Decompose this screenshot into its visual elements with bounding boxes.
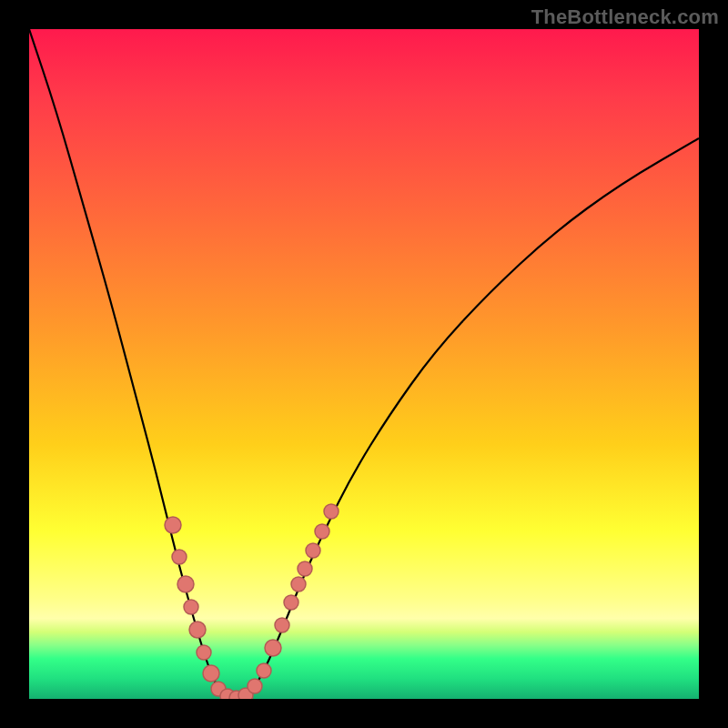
data-point — [291, 577, 306, 592]
data-point — [177, 576, 194, 592]
data-point — [275, 618, 289, 632]
data-point — [324, 504, 339, 519]
data-point — [315, 524, 329, 539]
data-point — [189, 622, 206, 638]
data-point — [257, 663, 271, 678]
data-point — [265, 640, 281, 656]
plot-area — [29, 29, 699, 699]
data-markers — [165, 504, 339, 699]
bottleneck-curve — [29, 29, 699, 698]
chart-frame: TheBottleneck.com — [0, 0, 728, 728]
data-point — [284, 595, 298, 610]
data-point — [298, 561, 312, 576]
data-point — [165, 517, 181, 533]
data-point — [248, 679, 262, 693]
data-point — [306, 543, 320, 558]
data-point — [172, 550, 187, 564]
data-point — [203, 665, 219, 682]
data-point — [197, 645, 211, 660]
data-point — [184, 600, 198, 614]
chart-overlay — [29, 29, 699, 699]
watermark-text: TheBottleneck.com — [531, 5, 719, 29]
